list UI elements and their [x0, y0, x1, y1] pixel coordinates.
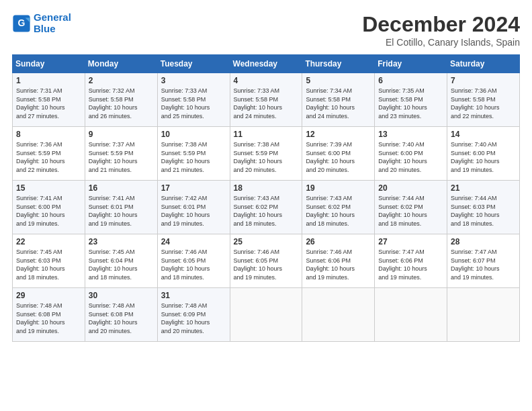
calendar-cell-w2-0: 8Sunrise: 7:36 AMSunset: 5:59 PMDaylight… [13, 127, 85, 181]
col-thursday: Thursday [302, 55, 375, 73]
calendar-cell-w2-4: 12Sunrise: 7:39 AMSunset: 6:00 PMDayligh… [302, 127, 375, 181]
calendar-week-1: 1Sunrise: 7:31 AMSunset: 5:58 PMDaylight… [13, 73, 520, 127]
calendar-cell-w3-6: 21Sunrise: 7:44 AMSunset: 6:03 PMDayligh… [447, 181, 520, 234]
header-row: Sunday Monday Tuesday Wednesday Thursday… [13, 55, 520, 73]
logo-line2: Blue [34, 24, 71, 35]
day-info: Sunrise: 7:32 AMSunset: 5:58 PMDaylight:… [89, 87, 138, 120]
calendar-cell-w5-2: 31Sunrise: 7:48 AMSunset: 6:09 PMDayligh… [157, 288, 230, 342]
page: G General Blue December 2024 El Cotillo,… [0, 0, 532, 349]
day-info: Sunrise: 7:47 AMSunset: 6:07 PMDaylight:… [451, 248, 500, 281]
day-info: Sunrise: 7:46 AMSunset: 6:06 PMDaylight:… [306, 248, 355, 281]
day-info: Sunrise: 7:46 AMSunset: 6:05 PMDaylight:… [234, 248, 283, 281]
day-info: Sunrise: 7:43 AMSunset: 6:02 PMDaylight:… [234, 195, 283, 227]
day-info: Sunrise: 7:40 AMSunset: 6:00 PMDaylight:… [451, 141, 500, 173]
day-number: 22 [16, 237, 81, 246]
svg-text:G: G [18, 17, 26, 28]
calendar-week-4: 22Sunrise: 7:45 AMSunset: 6:03 PMDayligh… [13, 234, 520, 288]
col-friday: Friday [375, 55, 447, 73]
day-number: 4 [234, 76, 299, 85]
location: El Cotillo, Canary Islands, Spain [362, 37, 520, 48]
day-info: Sunrise: 7:46 AMSunset: 6:05 PMDaylight:… [161, 248, 210, 281]
day-number: 14 [451, 130, 516, 139]
calendar-cell-w2-6: 14Sunrise: 7:40 AMSunset: 6:00 PMDayligh… [447, 127, 520, 181]
day-number: 29 [16, 291, 81, 300]
calendar-cell-4: 5Sunrise: 7:34 AMSunset: 5:58 PMDaylight… [302, 73, 375, 127]
col-saturday: Saturday [447, 55, 520, 73]
day-number: 19 [306, 183, 371, 193]
day-info: Sunrise: 7:40 AMSunset: 6:00 PMDaylight:… [378, 141, 427, 173]
calendar-cell-w5-0: 29Sunrise: 7:48 AMSunset: 6:08 PMDayligh… [13, 288, 85, 342]
day-number: 7 [451, 76, 516, 85]
calendar-cell-5: 6Sunrise: 7:35 AMSunset: 5:58 PMDaylight… [375, 73, 447, 127]
day-info: Sunrise: 7:35 AMSunset: 5:58 PMDaylight:… [378, 87, 427, 120]
col-tuesday: Tuesday [157, 55, 230, 73]
calendar-cell-w3-5: 20Sunrise: 7:44 AMSunset: 6:02 PMDayligh… [375, 181, 447, 234]
day-number: 28 [451, 237, 516, 246]
day-info: Sunrise: 7:39 AMSunset: 6:00 PMDaylight:… [306, 141, 355, 173]
calendar-week-3: 15Sunrise: 7:41 AMSunset: 6:00 PMDayligh… [13, 181, 520, 234]
calendar-cell-w2-5: 13Sunrise: 7:40 AMSunset: 6:00 PMDayligh… [375, 127, 447, 181]
day-info: Sunrise: 7:45 AMSunset: 6:04 PMDaylight:… [89, 248, 138, 281]
calendar-week-5: 29Sunrise: 7:48 AMSunset: 6:08 PMDayligh… [13, 288, 520, 342]
day-info: Sunrise: 7:33 AMSunset: 5:58 PMDaylight:… [234, 87, 283, 120]
logo-icon: G [12, 14, 31, 33]
day-number: 9 [89, 130, 154, 139]
day-info: Sunrise: 7:48 AMSunset: 6:08 PMDaylight:… [16, 302, 65, 334]
calendar-cell-1: 1Sunrise: 7:31 AMSunset: 5:58 PMDaylight… [13, 73, 85, 127]
day-number: 23 [89, 237, 154, 246]
calendar-cell-w5-5 [375, 288, 447, 342]
day-number: 27 [378, 237, 443, 246]
day-number: 3 [161, 76, 226, 85]
day-number: 13 [378, 130, 443, 139]
day-number: 8 [16, 130, 81, 139]
day-info: Sunrise: 7:38 AMSunset: 5:59 PMDaylight:… [234, 141, 283, 173]
calendar-cell-w4-4: 26Sunrise: 7:46 AMSunset: 6:06 PMDayligh… [302, 234, 375, 288]
day-number: 2 [89, 76, 154, 85]
day-info: Sunrise: 7:44 AMSunset: 6:02 PMDaylight:… [378, 195, 427, 227]
day-number: 18 [234, 183, 299, 193]
day-number: 30 [89, 291, 154, 300]
logo-text: General Blue [34, 12, 71, 34]
col-wednesday: Wednesday [230, 55, 302, 73]
calendar-cell-2: 3Sunrise: 7:33 AMSunset: 5:58 PMDaylight… [157, 73, 230, 127]
col-sunday: Sunday [13, 55, 85, 73]
day-info: Sunrise: 7:41 AMSunset: 6:00 PMDaylight:… [16, 195, 65, 227]
day-info: Sunrise: 7:41 AMSunset: 6:01 PMDaylight:… [89, 195, 138, 227]
calendar-cell-w5-1: 30Sunrise: 7:48 AMSunset: 6:08 PMDayligh… [85, 288, 157, 342]
day-number: 11 [234, 130, 299, 139]
day-number: 17 [161, 183, 226, 193]
day-info: Sunrise: 7:43 AMSunset: 6:02 PMDaylight:… [306, 195, 355, 227]
day-info: Sunrise: 7:48 AMSunset: 6:08 PMDaylight:… [89, 302, 138, 334]
day-info: Sunrise: 7:48 AMSunset: 6:09 PMDaylight:… [161, 302, 210, 334]
day-info: Sunrise: 7:45 AMSunset: 6:03 PMDaylight:… [16, 248, 65, 281]
calendar-cell-w3-4: 19Sunrise: 7:43 AMSunset: 6:02 PMDayligh… [302, 181, 375, 234]
day-number: 12 [306, 130, 371, 139]
day-info: Sunrise: 7:47 AMSunset: 6:06 PMDaylight:… [378, 248, 427, 281]
day-number: 26 [306, 237, 371, 246]
day-number: 6 [378, 76, 443, 85]
calendar-cell-w4-1: 23Sunrise: 7:45 AMSunset: 6:04 PMDayligh… [85, 234, 157, 288]
calendar-cell-w2-3: 11Sunrise: 7:38 AMSunset: 5:59 PMDayligh… [230, 127, 302, 181]
logo: G General Blue [12, 12, 71, 34]
calendar-cell-6: 7Sunrise: 7:36 AMSunset: 5:58 PMDaylight… [447, 73, 520, 127]
calendar-cell-w3-0: 15Sunrise: 7:41 AMSunset: 6:00 PMDayligh… [13, 181, 85, 234]
calendar-cell-w5-3 [230, 288, 302, 342]
day-number: 10 [161, 130, 226, 139]
calendar-week-2: 8Sunrise: 7:36 AMSunset: 5:59 PMDaylight… [13, 127, 520, 181]
calendar-cell-w3-1: 16Sunrise: 7:41 AMSunset: 6:01 PMDayligh… [85, 181, 157, 234]
calendar-cell-3: 4Sunrise: 7:33 AMSunset: 5:58 PMDaylight… [230, 73, 302, 127]
day-number: 15 [16, 183, 81, 193]
day-info: Sunrise: 7:42 AMSunset: 6:01 PMDaylight:… [161, 195, 210, 227]
day-info: Sunrise: 7:38 AMSunset: 5:59 PMDaylight:… [161, 141, 210, 173]
calendar-cell-w5-6 [447, 288, 520, 342]
day-number: 1 [16, 76, 81, 85]
calendar-cell-w4-6: 28Sunrise: 7:47 AMSunset: 6:07 PMDayligh… [447, 234, 520, 288]
day-number: 5 [306, 76, 371, 85]
day-number: 25 [234, 237, 299, 246]
day-info: Sunrise: 7:37 AMSunset: 5:59 PMDaylight:… [89, 141, 138, 173]
calendar-cell-w4-0: 22Sunrise: 7:45 AMSunset: 6:03 PMDayligh… [13, 234, 85, 288]
month-title: December 2024 [362, 12, 520, 37]
calendar-cell-w3-3: 18Sunrise: 7:43 AMSunset: 6:02 PMDayligh… [230, 181, 302, 234]
calendar-cell-w3-2: 17Sunrise: 7:42 AMSunset: 6:01 PMDayligh… [157, 181, 230, 234]
day-info: Sunrise: 7:34 AMSunset: 5:58 PMDaylight:… [306, 87, 355, 120]
